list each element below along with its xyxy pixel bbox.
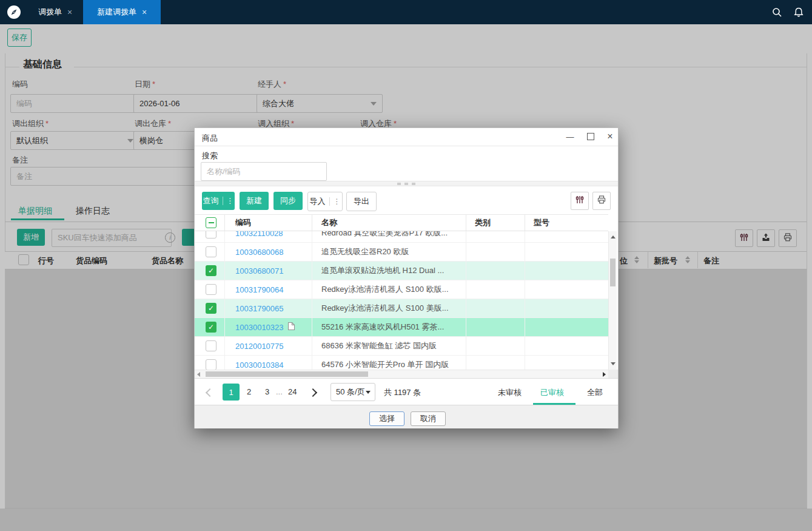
cell-code[interactable]: 10031790065 — [225, 299, 312, 317]
scroll-left-arrow[interactable] — [197, 372, 200, 377]
next-page-icon[interactable] — [309, 388, 317, 397]
cell-category — [466, 262, 525, 280]
col-category: 类别 — [466, 215, 525, 231]
page-24-button[interactable]: 24 — [288, 387, 297, 396]
cell-model — [525, 280, 608, 299]
product-modal: 商品 — × 搜索 名称/编码 查询⋮ 新建 同步 导入⋮ 导出 — [194, 127, 619, 428]
close-icon[interactable]: × — [142, 7, 147, 17]
more-icon[interactable]: ⋮ — [334, 197, 341, 206]
search-input[interactable]: 名称/编码 — [201, 162, 327, 181]
create-button[interactable]: 新建 — [240, 192, 269, 210]
note-doc-icon[interactable] — [287, 322, 295, 333]
modal-footer: 选择 取消 — [195, 405, 618, 428]
vertical-scrollbar[interactable] — [608, 231, 617, 370]
col-model: 型号 — [525, 215, 608, 231]
modal-toolbar: 查询⋮ 新建 同步 导入⋮ 导出 — [195, 186, 618, 214]
cell-model — [525, 318, 608, 336]
cancel-button[interactable]: 取消 — [411, 411, 446, 426]
table-row[interactable]: 20120010775 68636 米家智能鱼缸 滤芯 国内版 — [195, 337, 608, 356]
import-split-button[interactable]: 导入⋮ — [307, 192, 343, 211]
panel-splitter[interactable] — [195, 181, 618, 186]
tab-new-transfer-order[interactable]: 新建调拨单 × — [83, 0, 161, 24]
cell-code[interactable]: 10030010323 — [225, 318, 312, 336]
cell-code[interactable]: 10030010384 — [225, 356, 312, 370]
row-checkbox-cell[interactable] — [195, 337, 225, 355]
table-row[interactable]: 10030680068 追觅无线吸尘器R20 欧版 — [195, 243, 608, 262]
row-checkbox-cell[interactable] — [195, 231, 225, 242]
header-checkbox-cell — [195, 215, 225, 231]
table-row[interactable]: 10030010384 64576 小米智能开关Pro 单开 国内版 — [195, 356, 608, 370]
maximize-icon[interactable] — [585, 131, 596, 142]
scroll-up-arrow[interactable] — [611, 235, 616, 238]
row-checkbox-checked[interactable]: ✓ — [206, 322, 216, 333]
row-checkbox[interactable] — [206, 284, 216, 295]
filter-tab-all[interactable]: 全部 — [587, 387, 603, 398]
filter-tab-reviewed[interactable]: 已审核 — [540, 387, 564, 398]
close-icon[interactable]: × — [67, 7, 72, 17]
scroll-down-arrow[interactable] — [611, 362, 616, 365]
page-2-button[interactable]: 2 — [247, 387, 251, 396]
table-row[interactable]: 10031790064 Redkey泳池清洁机器人 S100 欧版... — [195, 280, 608, 299]
cell-model — [525, 356, 608, 370]
tab-transfer-orders[interactable]: 调拨单 × — [27, 0, 83, 24]
cell-code[interactable]: 10032110028 — [225, 231, 312, 242]
scrollbar-thumb[interactable] — [610, 259, 616, 286]
row-checkbox[interactable] — [206, 359, 216, 370]
horizontal-scrollbar[interactable] — [195, 370, 608, 378]
row-checkbox-cell[interactable]: ✓ — [195, 318, 225, 336]
row-checkbox[interactable] — [206, 246, 216, 257]
prev-page-icon[interactable] — [206, 388, 214, 397]
row-checkbox-checked[interactable]: ✓ — [206, 265, 216, 276]
row-checkbox[interactable] — [206, 231, 216, 238]
column-settings-button[interactable] — [571, 192, 589, 210]
page-1-button[interactable]: 1 — [223, 384, 240, 401]
cell-code[interactable]: 20120010775 — [225, 337, 312, 355]
table-row[interactable]: ✓ 10031790065 Redkey泳池清洁机器人 S100 美版... — [195, 299, 608, 318]
select-button[interactable]: 选择 — [369, 411, 404, 426]
row-checkbox-cell[interactable]: ✓ — [195, 262, 225, 280]
cell-model — [525, 262, 608, 280]
row-checkbox[interactable] — [206, 340, 216, 351]
tab-label: 调拨单 — [38, 7, 62, 18]
table-row[interactable]: 10032110028 Redroad 真空吸尘美宠器P17 欧版... — [195, 231, 608, 243]
row-checkbox-cell[interactable] — [195, 356, 225, 370]
cell-code[interactable]: 10030680071 — [225, 262, 312, 280]
cell-name: 68636 米家智能鱼缸 滤芯 国内版 — [312, 337, 466, 355]
topbar: 调拨单 × 新建调拨单 × — [0, 0, 812, 24]
page-3-button[interactable]: 3 — [265, 387, 269, 396]
row-checkbox-checked[interactable]: ✓ — [206, 303, 216, 314]
cell-category — [466, 231, 525, 242]
cell-name: 64576 小米智能开关Pro 单开 国内版 — [312, 356, 466, 370]
search-label: 搜索 — [202, 151, 218, 161]
cell-code[interactable]: 10030680068 — [225, 243, 312, 261]
cell-model — [525, 231, 608, 242]
select-all-checkbox-indeterminate[interactable] — [206, 217, 216, 228]
cell-name: Redroad 真空吸尘美宠器P17 欧版... — [312, 231, 466, 242]
row-checkbox-cell[interactable] — [195, 280, 225, 299]
print-button[interactable] — [592, 192, 611, 210]
product-table-header: 编码 名称 类别 型号 — [195, 214, 608, 231]
cell-model — [525, 243, 608, 261]
table-row[interactable]: ✓ 10030680071 追觅单滚双贴边洗地机 H12 Dual ... — [195, 262, 608, 280]
search-icon[interactable] — [771, 7, 782, 18]
bell-icon[interactable] — [793, 7, 804, 18]
row-checkbox-cell[interactable] — [195, 243, 225, 261]
row-checkbox-cell[interactable]: ✓ — [195, 299, 225, 317]
scrollbar-thumb[interactable] — [206, 371, 368, 377]
sync-button[interactable]: 同步 — [273, 192, 303, 210]
query-split-button[interactable]: 查询⋮ — [202, 192, 235, 210]
minimize-icon[interactable]: — — [565, 131, 575, 142]
app-logo-icon[interactable] — [7, 5, 21, 19]
scroll-right-arrow[interactable] — [603, 372, 606, 377]
more-icon[interactable]: ⋮ — [227, 197, 234, 205]
cell-name: 追觅无线吸尘器R20 欧版 — [312, 243, 466, 261]
export-button[interactable]: 导出 — [346, 192, 377, 211]
cell-code[interactable]: 10031790064 — [225, 280, 312, 299]
close-icon[interactable]: × — [605, 131, 616, 142]
cell-name: 追觅单滚双贴边洗地机 H12 Dual ... — [312, 262, 466, 280]
cell-category — [466, 299, 525, 317]
filter-tab-unreviewed[interactable]: 未审核 — [498, 387, 522, 398]
table-row-active[interactable]: ✓ 10030010323 55216 米家高速吹风机H501 雾茶... — [195, 318, 608, 337]
product-table-body: 10032110028 Redroad 真空吸尘美宠器P17 欧版... 100… — [195, 231, 608, 370]
page-size-select[interactable]: 50 条/页 — [331, 383, 375, 401]
